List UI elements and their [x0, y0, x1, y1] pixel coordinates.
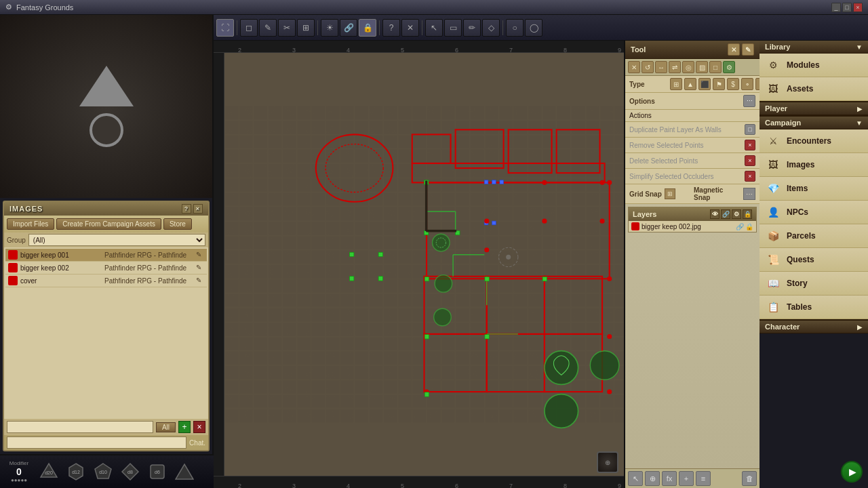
library-arrow[interactable]: ▼ — [856, 43, 863, 51]
ruler-top: 23456789101112 — [214, 41, 624, 53]
search-all-button[interactable]: All — [156, 422, 176, 432]
campaign-title: Campaign — [765, 119, 801, 127]
images-close-button[interactable]: × — [193, 204, 203, 214]
maximize-button[interactable]: □ — [842, 3, 852, 12]
store-button[interactable]: Store — [163, 218, 192, 230]
action-delete-btn[interactable]: × — [745, 155, 755, 166]
search-clear-button[interactable]: × — [193, 421, 205, 433]
campaign-arrow[interactable]: ▼ — [856, 119, 863, 127]
help-button[interactable]: ? — [382, 19, 400, 37]
svg-rect-77 — [425, 181, 428, 232]
sidebar-item-parcels[interactable]: 📦 Parcels — [760, 224, 868, 248]
select-tool[interactable]: ↖ — [425, 19, 443, 37]
layer-act-link[interactable]: 🔗 — [736, 223, 744, 230]
image-edit-icon[interactable]: ✎ — [196, 264, 204, 272]
prop-btn-trash[interactable]: 🗑 — [742, 471, 757, 486]
link-tool[interactable]: 🔗 — [340, 19, 357, 37]
svg-point-64 — [600, 219, 605, 224]
flip-tool[interactable]: ⇌ — [669, 61, 681, 73]
oval-tool[interactable]: ◯ — [525, 19, 542, 37]
d10-die[interactable]: d10 — [92, 461, 114, 483]
image-row[interactable]: cover Pathfinder RPG - Pathfinde ✎ — [5, 274, 207, 287]
player-arrow[interactable]: ▶ — [857, 105, 863, 113]
sidebar-item-items[interactable]: 💎 Items — [760, 177, 868, 201]
create-from-campaign-button[interactable]: Create From Campaign Assets — [56, 218, 161, 230]
quests-icon: 📜 — [765, 251, 781, 268]
light-tool[interactable]: ☀ — [321, 19, 338, 37]
type-icon-wall[interactable]: ⬛ — [698, 78, 711, 90]
images-list: bigger keep 001 Pathfinder RPG - Pathfin… — [4, 247, 208, 419]
cut-tool[interactable]: ✂ — [278, 19, 296, 37]
rect-tool[interactable]: ▭ — [444, 19, 462, 37]
action-duplicate-btn[interactable]: □ — [745, 124, 755, 135]
group-select[interactable]: (All) — [28, 234, 205, 246]
search-add-button[interactable]: + — [178, 421, 191, 433]
minimize-button[interactable]: _ — [831, 3, 841, 12]
d20-die[interactable]: d20 — [38, 461, 60, 483]
prop-btn-add[interactable]: + — [679, 471, 694, 486]
prop-btn-cursor[interactable]: ↖ — [628, 471, 643, 486]
color-tool[interactable]: ◎ — [682, 61, 694, 73]
image-edit-icon[interactable]: ✎ — [196, 277, 204, 285]
play-button[interactable]: ▶ — [841, 461, 863, 483]
character-arrow[interactable]: ▶ — [857, 323, 863, 331]
fill-tool[interactable]: ▨ — [696, 61, 708, 73]
rotate-tool[interactable]: ↺ — [642, 61, 654, 73]
layer-gear-btn[interactable]: ⚙ — [732, 209, 741, 219]
options-button[interactable]: ⋯ — [743, 95, 755, 107]
type-icon-circle[interactable]: ⚬ — [741, 78, 753, 90]
grid-tool[interactable]: ⊞ — [297, 19, 315, 37]
images-help-button[interactable]: ? — [182, 204, 191, 214]
scale-tool[interactable]: ↔ — [655, 61, 667, 73]
tool-icon-2[interactable]: ✎ — [742, 43, 754, 56]
close-map-button[interactable]: ✕ — [401, 19, 419, 37]
sidebar-item-tables[interactable]: 📋 Tables — [760, 296, 868, 319]
draw-tool[interactable]: ✎ — [259, 19, 277, 37]
cursor-tool[interactable]: ◻ — [240, 19, 258, 37]
prop-btn-crosshair[interactable]: ⊕ — [645, 471, 660, 486]
layer-act-lock[interactable]: 🔒 — [745, 223, 753, 230]
action-simplify-btn[interactable]: × — [745, 171, 755, 182]
layer-eye-btn[interactable]: 👁 — [710, 209, 719, 219]
import-files-button[interactable]: Import Files — [7, 218, 54, 230]
sidebar-item-images[interactable]: 🖼 Images — [760, 153, 868, 177]
fullscreen-button[interactable]: ⛶ — [216, 19, 234, 37]
move-tool[interactable]: ✕ — [628, 61, 640, 73]
images-search-input[interactable] — [7, 421, 153, 433]
lock-tool[interactable]: 🔒 — [359, 19, 376, 37]
shape-tool[interactable]: ◇ — [482, 19, 500, 37]
image-row[interactable]: bigger keep 001 Pathfinder RPG - Pathfin… — [5, 249, 207, 262]
pencil-tool[interactable]: ✏ — [463, 19, 481, 37]
d6-die[interactable]: d6 — [146, 461, 168, 483]
settings-tool[interactable]: ⚙ — [723, 61, 735, 73]
layer-link-btn[interactable]: 🔗 — [721, 209, 730, 219]
tool-icon-1[interactable]: ✕ — [728, 43, 740, 56]
image-row[interactable]: bigger keep 002 Pathfinder RPG - Pathfin… — [5, 262, 207, 274]
d8-die[interactable]: d8 — [119, 461, 141, 483]
layer-lock-btn[interactable]: 🔒 — [743, 209, 752, 219]
sidebar-item-assets[interactable]: 🖼 Assets — [760, 77, 868, 101]
type-icon-tree[interactable]: ▲ — [684, 78, 696, 90]
circle-tool[interactable]: ○ — [506, 19, 524, 37]
border-tool[interactable]: □ — [709, 61, 722, 73]
magnetic-snap-btn[interactable]: ⋯ — [743, 188, 755, 200]
sidebar-item-story[interactable]: 📖 Story — [760, 272, 868, 296]
prop-btn-bar[interactable]: ≡ — [696, 471, 711, 486]
action-delete-label: Delete Selected Points — [629, 157, 742, 165]
chat-input[interactable] — [7, 436, 186, 449]
svg-rect-78 — [426, 230, 456, 232]
sidebar-item-npcs[interactable]: 👤 NPCs — [760, 201, 868, 224]
prop-btn-function[interactable]: fx — [662, 471, 677, 486]
action-remove-btn[interactable]: × — [745, 140, 755, 150]
sidebar-item-quests[interactable]: 📜 Quests — [760, 248, 868, 272]
image-edit-icon[interactable]: ✎ — [196, 251, 204, 259]
type-icon-coin[interactable]: $ — [727, 78, 739, 90]
grid-snap-icon[interactable]: ⊞ — [665, 188, 675, 199]
d4-die[interactable] — [174, 461, 195, 483]
close-button[interactable]: × — [853, 3, 863, 12]
d12-die[interactable]: d12 — [65, 461, 87, 483]
sidebar-item-modules[interactable]: ⚙ Modules — [760, 54, 868, 77]
type-icon-grid[interactable]: ⊞ — [670, 78, 682, 90]
type-icon-door[interactable]: ⚑ — [713, 78, 725, 90]
sidebar-item-encounters[interactable]: ⚔ Encounters — [760, 129, 868, 153]
